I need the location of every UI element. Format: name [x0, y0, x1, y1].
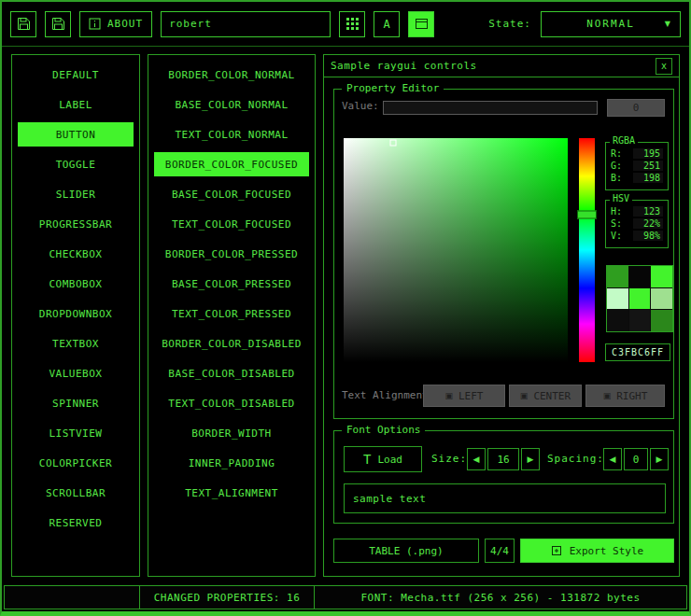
control-item-listview[interactable]: LISTVIEW: [18, 421, 134, 445]
align-center-button[interactable]: ▣ CENTER: [509, 385, 582, 407]
property-item-text-color-disabled[interactable]: TEXT_COLOR_DISABLED: [154, 391, 309, 415]
control-item-reserved[interactable]: RESERVED: [18, 511, 134, 535]
chevron-right-icon: ▶: [528, 455, 534, 464]
h-value: 123: [633, 206, 663, 217]
export-format-dropdown[interactable]: TABLE (.png): [333, 539, 479, 563]
control-item-progressbar[interactable]: PROGRESSBAR: [18, 212, 134, 236]
size-increase-button[interactable]: ▶: [521, 448, 540, 470]
control-item-label[interactable]: LABEL: [18, 92, 134, 117]
value-slider[interactable]: [383, 101, 598, 115]
export-count-box[interactable]: 4/4: [485, 539, 515, 563]
property-item-base-color-normal[interactable]: BASE_COLOR_NORMAL: [154, 92, 309, 117]
v-value: 98%: [633, 231, 663, 241]
control-item-toggle[interactable]: TOGGLE: [18, 152, 134, 176]
load-file-icon: [17, 17, 31, 31]
property-item-base-color-disabled[interactable]: BASE_COLOR_DISABLED: [154, 361, 309, 385]
hsv-row-s: S: 22%: [606, 217, 668, 230]
control-item-button[interactable]: BUTTON: [18, 122, 134, 147]
table-image-button[interactable]: [408, 11, 434, 37]
value-button[interactable]: 0: [607, 99, 665, 117]
rgba-row-b: B: 198: [606, 172, 668, 184]
v-label: V:: [611, 231, 622, 241]
control-item-spinner[interactable]: SPINNER: [18, 391, 134, 415]
color-swatch-0[interactable]: [607, 266, 628, 287]
controls-list: DEFAULTLABELBUTTONTOGGLESLIDERPROGRESSBA…: [11, 54, 140, 577]
property-item-border-color-focused[interactable]: BORDER_COLOR_FOCUSED: [154, 152, 309, 176]
control-item-dropdownbox[interactable]: DROPDOWNBOX: [18, 301, 134, 326]
color-swatch-4[interactable]: [629, 288, 651, 310]
align-right-icon: ▣: [603, 391, 612, 400]
grid-snap-button[interactable]: [339, 11, 365, 37]
style-name-input[interactable]: [161, 11, 331, 37]
size-decrease-button[interactable]: ◀: [467, 448, 486, 470]
property-item-base-color-focused[interactable]: BASE_COLOR_FOCUSED: [154, 182, 309, 206]
control-item-checkbox[interactable]: CHECKBOX: [18, 242, 134, 266]
hue-slider[interactable]: [579, 138, 595, 362]
font-button[interactable]: A: [374, 11, 400, 37]
hsv-panel: HSV H: 123 S: 22% V: 98%: [605, 200, 669, 248]
color-cursor[interactable]: [389, 139, 396, 146]
chevron-down-icon: ▼: [665, 20, 672, 28]
status-empty-segment: [4, 585, 140, 609]
property-item-border-color-pressed[interactable]: BORDER_COLOR_PRESSED: [154, 242, 309, 266]
load-style-button[interactable]: [10, 11, 36, 37]
property-item-text-color-pressed[interactable]: TEXT_COLOR_PRESSED: [154, 301, 309, 326]
state-dropdown[interactable]: NORMAL ▼: [541, 11, 681, 37]
text-alignment-label: Text Alignment: [342, 389, 429, 401]
save-style-button[interactable]: [45, 11, 71, 37]
property-item-text-alignment[interactable]: TEXT_ALIGNMENT: [154, 481, 309, 505]
align-left-button[interactable]: ▣ LEFT: [423, 385, 505, 407]
property-item-border-width[interactable]: BORDER_WIDTH: [154, 421, 309, 445]
about-button[interactable]: ABOUT: [79, 11, 152, 37]
color-swatch-3[interactable]: [607, 288, 628, 310]
g-value: 251: [633, 161, 663, 171]
saturation-value-panel[interactable]: [344, 138, 568, 362]
color-swatch-5[interactable]: [651, 288, 672, 310]
align-center-icon: ▣: [520, 391, 529, 400]
hue-slider-handle[interactable]: [577, 211, 597, 219]
properties-list: BORDER_COLOR_NORMALBASE_COLOR_NORMALTEXT…: [148, 54, 316, 577]
color-swatch-2[interactable]: [651, 266, 672, 287]
font-load-label: Load: [377, 454, 402, 466]
color-swatch-8[interactable]: [651, 310, 672, 331]
export-style-label: Export Style: [570, 545, 643, 557]
spacing-decrease-button[interactable]: ◀: [603, 448, 622, 470]
state-value: NORMAL: [586, 18, 635, 30]
control-item-scrollbar[interactable]: SCROLLBAR: [18, 481, 134, 505]
property-item-border-color-normal[interactable]: BORDER_COLOR_NORMAL: [154, 63, 309, 87]
s-value: 22%: [633, 218, 663, 229]
font-options-title: Font Options: [342, 424, 425, 436]
property-item-border-color-disabled[interactable]: BORDER_COLOR_DISABLED: [154, 331, 309, 356]
property-item-text-color-focused[interactable]: TEXT_COLOR_FOCUSED: [154, 212, 309, 236]
rgba-row-g: G: 251: [606, 160, 668, 172]
hex-value-box[interactable]: C3FBC6FF: [605, 343, 670, 361]
font-load-button[interactable]: T Load: [344, 446, 422, 472]
close-button[interactable]: x: [656, 58, 672, 75]
export-style-button[interactable]: Export Style: [520, 539, 674, 563]
hsv-title: HSV: [610, 193, 632, 203]
property-editor-title: Property Editor: [342, 82, 444, 94]
color-swatch-6[interactable]: [607, 310, 628, 331]
status-changed-properties: CHANGED PROPERTIES: 16: [139, 585, 315, 609]
control-item-combobox[interactable]: COMBOBOX: [18, 272, 134, 296]
spacing-increase-button[interactable]: ▶: [650, 448, 669, 470]
color-swatch-1[interactable]: [629, 266, 651, 287]
align-right-button[interactable]: ▣ RIGHT: [585, 385, 665, 407]
color-swatch-7[interactable]: [629, 310, 651, 331]
s-label: S:: [611, 218, 622, 229]
grid-icon: [346, 17, 360, 31]
control-item-textbox[interactable]: TEXTBOX: [18, 331, 134, 356]
size-value-box[interactable]: 16: [487, 448, 519, 470]
property-item-text-color-normal[interactable]: TEXT_COLOR_NORMAL: [154, 122, 309, 147]
chevron-left-icon: ◀: [473, 455, 480, 464]
property-item-base-color-pressed[interactable]: BASE_COLOR_PRESSED: [154, 272, 309, 296]
spacing-value-box[interactable]: 0: [624, 448, 648, 470]
control-item-slider[interactable]: SLIDER: [18, 182, 134, 206]
property-item-inner-padding[interactable]: INNER_PADDING: [154, 451, 309, 475]
table-image-icon: [415, 17, 429, 31]
control-item-colorpicker[interactable]: COLORPICKER: [18, 451, 134, 475]
font-T-icon: T: [363, 452, 371, 467]
sample-text-input[interactable]: [344, 483, 666, 513]
control-item-default[interactable]: DEFAULT: [18, 63, 134, 87]
control-item-valuebox[interactable]: VALUEBOX: [18, 361, 134, 385]
